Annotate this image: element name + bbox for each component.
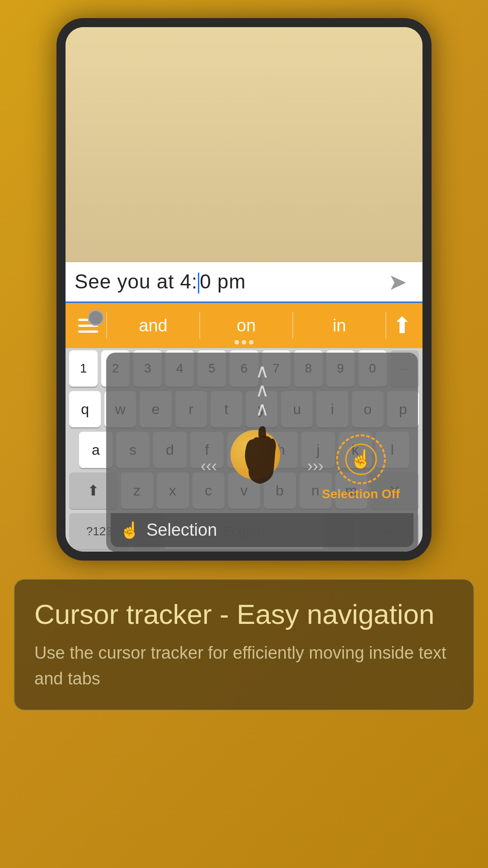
right-arrows: ››› xyxy=(307,457,324,476)
key-q[interactable]: q xyxy=(69,391,101,427)
caption-title: Cursor tracker - Easy navigation xyxy=(34,598,454,631)
selection-circle: ☝ xyxy=(336,434,386,484)
screen-top xyxy=(66,27,422,262)
send-button[interactable]: ➤ xyxy=(382,266,413,298)
text-input-content: See you at 4:0 pm xyxy=(75,270,382,293)
suggestions-bar: and on in ⬆ xyxy=(66,303,422,348)
selection-hand-icon: ☝ xyxy=(120,521,140,540)
up-arrow-3: ∧ xyxy=(255,400,269,419)
key-1[interactable]: 1 xyxy=(69,350,98,387)
touch-finger-icon: ☝ xyxy=(350,448,372,470)
upload-arrow-icon: ⬆ xyxy=(393,312,412,339)
caption-body: Use the cursor tracker for efficiently m… xyxy=(34,640,454,692)
dots-indicator xyxy=(235,340,253,344)
input-text-after: 0 pm xyxy=(200,270,246,292)
suggestion-word-3[interactable]: in xyxy=(293,316,385,335)
selection-off-text: Selection Off xyxy=(322,487,400,501)
send-icon: ➤ xyxy=(388,269,407,295)
trackpad-label: ☝ Selection xyxy=(111,513,413,547)
up-arrow-1: ∧ xyxy=(255,362,269,381)
suggestion-word-2[interactable]: on xyxy=(200,316,292,335)
left-arrow-icon: ‹‹‹ xyxy=(201,457,217,476)
text-cursor xyxy=(198,273,199,293)
globe-icon xyxy=(88,310,104,326)
text-input-bar[interactable]: See you at 4:0 pm ➤ xyxy=(66,262,422,303)
phone-frame: See you at 4:0 pm ➤ and on xyxy=(56,18,432,561)
upload-button[interactable]: ⬆ xyxy=(386,310,418,341)
trackpad-up-arrows: ∧ ∧ ∧ xyxy=(255,362,269,419)
right-arrow-icon: ››› xyxy=(307,457,324,476)
keyboard-container: 1 2 3 4 5 6 7 8 9 0 ··· q w e r xyxy=(66,348,422,552)
phone-screen: See you at 4:0 pm ➤ and on xyxy=(66,27,422,552)
touch-icon-inner: ☝ xyxy=(345,443,377,475)
hand-icon xyxy=(230,425,289,498)
caption-section: Cursor tracker - Easy navigation Use the… xyxy=(14,579,474,711)
suggestion-word-1[interactable]: and xyxy=(107,316,199,335)
menu-line-3 xyxy=(78,330,98,333)
up-arrow-2: ∧ xyxy=(255,381,269,400)
trackpad-middle: ‹‹‹ ›› xyxy=(111,425,413,507)
input-text-before: See you at 4: xyxy=(75,270,197,292)
left-arrows: ‹‹‹ xyxy=(201,457,217,476)
selection-off-badge: ☝ Selection Off xyxy=(322,434,400,501)
selection-label-text: Selection xyxy=(146,520,217,540)
trackpad-popup[interactable]: ∧ ∧ ∧ ‹‹‹ xyxy=(106,353,418,552)
hand-cursor-area xyxy=(226,425,298,507)
menu-button[interactable] xyxy=(70,307,106,344)
